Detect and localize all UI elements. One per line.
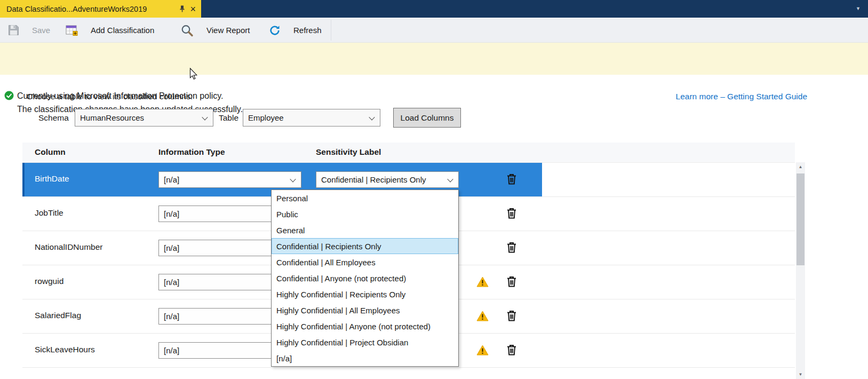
dropdown-item[interactable]: Highly Confidential | All Employees [272, 302, 458, 318]
refresh-label: Refresh [293, 26, 322, 35]
grid-header: Column Information Type Sensitivity Labe… [22, 143, 795, 163]
status-banner: Currently using Microsoft Information Pr… [0, 43, 868, 75]
close-icon[interactable]: × [190, 4, 196, 14]
tab-title: Data Classificatio...AdventureWorks2019 [6, 5, 174, 13]
schema-label: Schema [38, 113, 69, 123]
refresh-button[interactable]: Refresh [269, 18, 322, 43]
warning-icon [476, 311, 489, 321]
dropdown-item[interactable]: Confidential | All Employees [272, 254, 458, 270]
dropdown-item-highlighted[interactable]: Confidential | Recipients Only [272, 238, 458, 254]
scroll-down-icon[interactable]: ▼ [796, 370, 805, 379]
sensitivity-dropdown-list: Personal Public General Confidential | R… [271, 189, 459, 367]
view-report-label: View Report [206, 26, 250, 35]
dropdown-item[interactable]: General [272, 222, 458, 238]
delete-icon[interactable] [507, 310, 516, 321]
add-classification-icon [66, 25, 78, 36]
dropdown-item[interactable]: Public [272, 206, 458, 222]
delete-icon[interactable] [507, 173, 516, 185]
header-information-type: Information Type [158, 147, 225, 157]
schema-select[interactable]: HumanResources [75, 109, 213, 127]
table-select[interactable]: Employee [243, 109, 380, 127]
learn-more-link[interactable]: Learn more – Getting Started Guide [676, 92, 807, 101]
chevron-down-icon [447, 176, 453, 182]
column-name: SickLeaveHours [35, 345, 95, 354]
information-type-value: [n/a] [164, 278, 179, 287]
information-type-value: [n/a] [164, 243, 179, 252]
information-type-value: [n/a] [164, 312, 179, 321]
add-classification-button[interactable]: Add Classification [66, 18, 154, 43]
save-label: Save [32, 26, 50, 35]
column-name: JobTitle [35, 208, 63, 218]
delete-icon[interactable] [507, 344, 516, 356]
document-tab-bar: Data Classificatio...AdventureWorks2019 … [0, 0, 868, 18]
check-circle-icon [4, 91, 14, 102]
column-name: NationalIDNumber [35, 242, 103, 252]
column-name: SalariedFlag [35, 311, 81, 320]
toolbar: Save Add Classification View Report Refr… [0, 18, 868, 43]
add-classification-label: Add Classification [91, 26, 154, 35]
pin-icon[interactable] [179, 5, 185, 12]
dropdown-item[interactable]: Highly Confidential | Recipients Only [272, 286, 458, 302]
mouse-cursor [189, 68, 198, 82]
data-classification-window: Data Classificatio...AdventureWorks2019 … [0, 0, 868, 379]
vertical-scrollbar[interactable]: ▲ ▼ [796, 162, 805, 379]
save-button[interactable]: Save [8, 18, 50, 43]
tab-data-classification[interactable]: Data Classificatio...AdventureWorks2019 … [0, 0, 201, 18]
delete-icon[interactable] [507, 208, 516, 219]
header-sensitivity-label: Sensitivity Label [316, 147, 381, 157]
column-name: BirthDate [35, 174, 69, 184]
chevron-down-icon [202, 114, 208, 120]
column-name: rowguid [35, 277, 63, 286]
scroll-up-icon[interactable]: ▲ [796, 162, 805, 171]
warning-icon [476, 345, 489, 356]
table-select-value: Employee [248, 113, 284, 122]
header-column: Column [35, 147, 66, 157]
dropdown-item[interactable]: Personal [272, 190, 458, 206]
toolbar-divider [331, 20, 331, 41]
warning-icon [476, 277, 489, 287]
table-label: Table [219, 113, 238, 123]
save-icon [8, 25, 19, 36]
dropdown-item[interactable]: Confidential | Anyone (not protected) [272, 270, 458, 286]
chevron-down-icon [290, 176, 296, 182]
sensitivity-label-select[interactable]: Confidential | Recipients Only [316, 171, 459, 188]
sensitivity-label-value: Confidential | Recipients Only [321, 175, 426, 184]
view-report-icon [180, 24, 194, 37]
dropdown-item[interactable]: [n/a] [272, 350, 458, 366]
delete-icon[interactable] [507, 276, 516, 287]
scrollbar-thumb[interactable] [797, 173, 805, 265]
delete-icon[interactable] [507, 242, 516, 253]
information-type-select[interactable]: [n/a] [158, 171, 301, 188]
dropdown-item[interactable]: Highly Confidential | Project Obsidian [272, 334, 458, 350]
refresh-icon [269, 25, 281, 36]
dropdown-item[interactable]: Highly Confidential | Anyone (not protec… [272, 318, 458, 334]
schema-select-value: HumanResources [80, 113, 144, 122]
choose-table-label: Choose a table to view its classified co… [27, 92, 193, 101]
view-report-button[interactable]: View Report [180, 18, 250, 43]
information-type-value: [n/a] [164, 175, 179, 184]
tab-list-chevron-icon[interactable]: ▼ [856, 6, 861, 11]
chevron-down-icon [369, 114, 375, 120]
load-columns-button[interactable]: Load Columns [393, 108, 461, 128]
information-type-value: [n/a] [164, 209, 179, 218]
information-type-value: [n/a] [164, 346, 179, 355]
